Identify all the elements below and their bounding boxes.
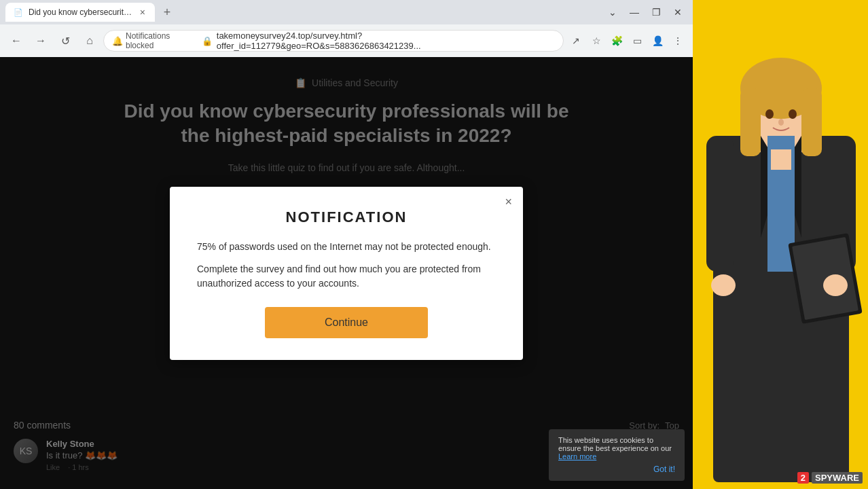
url-text: takemoneysurvey24.top/survey.html?offer_… — [217, 31, 555, 51]
share-icon[interactable]: ↗ — [566, 31, 585, 50]
bookmark-icon[interactable]: ☆ — [587, 31, 606, 50]
tab-close-button[interactable]: × — [139, 5, 147, 19]
cookie-text: This website uses cookies to ensure the … — [558, 436, 672, 452]
lock-icon: 🔒 — [202, 36, 213, 46]
svg-rect-8 — [706, 136, 734, 272]
person-illustration — [693, 0, 868, 482]
svg-point-15 — [765, 109, 774, 119]
minimize-button[interactable]: — — [625, 3, 644, 22]
address-field[interactable]: 🔔 Notifications blocked 🔒 takemoneysurve… — [103, 30, 564, 52]
svg-point-17 — [778, 119, 784, 126]
browser-tab[interactable]: 📄 Did you know cybersecurity pro… × — [5, 3, 155, 22]
new-tab-button[interactable]: + — [158, 3, 177, 22]
svg-rect-4 — [801, 88, 822, 156]
home-button[interactable]: ⌂ — [79, 30, 101, 52]
modal-close-button[interactable]: × — [505, 195, 512, 209]
learn-more-link[interactable]: Learn more — [558, 452, 596, 460]
address-bar: ← → ↺ ⌂ 🔔 Notifications blocked 🔒 takemo… — [0, 24, 693, 57]
notification-blocked-text: Notifications blocked — [126, 31, 198, 50]
svg-point-16 — [789, 109, 797, 119]
reload-button[interactable]: ↺ — [54, 30, 76, 52]
restore-button[interactable]: ❐ — [647, 3, 666, 22]
svg-point-13 — [823, 274, 848, 296]
menu-icon[interactable]: ⋮ — [668, 31, 687, 50]
window-controls: ⌄ — ❐ ✕ — [603, 3, 687, 22]
modal-overlay: × NOTIFICATION 75% of passwords used on … — [0, 57, 693, 489]
cookie-notice: This website uses cookies to ensure the … — [549, 429, 685, 481]
bell-icon: 🔔 — [112, 36, 123, 46]
webpage-content: 📋 Utilities and Security Did you know cy… — [0, 57, 693, 489]
toolbar-icons: ↗ ☆ 🧩 ▭ 👤 ⋮ — [566, 31, 687, 50]
forward-button[interactable]: → — [30, 30, 52, 52]
dropdown-button[interactable]: ⌄ — [603, 3, 622, 22]
svg-point-12 — [711, 274, 736, 296]
modal-text-1: 75% of passwords used on the Internet ma… — [197, 240, 496, 254]
svg-rect-14 — [771, 149, 791, 170]
modal-text-2: Complete the survey and find out how muc… — [197, 262, 496, 291]
tab-favicon: 📄 — [14, 8, 23, 17]
title-bar: 📄 Did you know cybersecurity pro… × + ⌄ … — [0, 0, 693, 24]
tab-title: Did you know cybersecurity pro… — [29, 7, 133, 17]
watermark: 2 SPYWARE — [797, 472, 863, 484]
svg-rect-3 — [740, 88, 761, 156]
right-panel: 2 SPYWARE — [693, 0, 868, 489]
profile-icon[interactable]: 👤 — [648, 31, 667, 50]
notification-blocked: 🔔 Notifications blocked — [112, 31, 198, 50]
cast-icon[interactable]: ▭ — [628, 31, 647, 50]
extensions-icon[interactable]: 🧩 — [607, 31, 626, 50]
watermark-2-label: 2 — [797, 472, 809, 484]
continue-button[interactable]: Continue — [265, 307, 428, 338]
back-button[interactable]: ← — [5, 30, 27, 52]
browser-window: 📄 Did you know cybersecurity pro… × + ⌄ … — [0, 0, 693, 489]
notification-modal: × NOTIFICATION 75% of passwords used on … — [170, 187, 523, 360]
got-it-button[interactable]: Got it! — [558, 465, 675, 474]
close-button[interactable]: ✕ — [668, 3, 687, 22]
watermark-spyware-label: SPYWARE — [812, 472, 863, 484]
modal-title: NOTIFICATION — [197, 209, 496, 226]
